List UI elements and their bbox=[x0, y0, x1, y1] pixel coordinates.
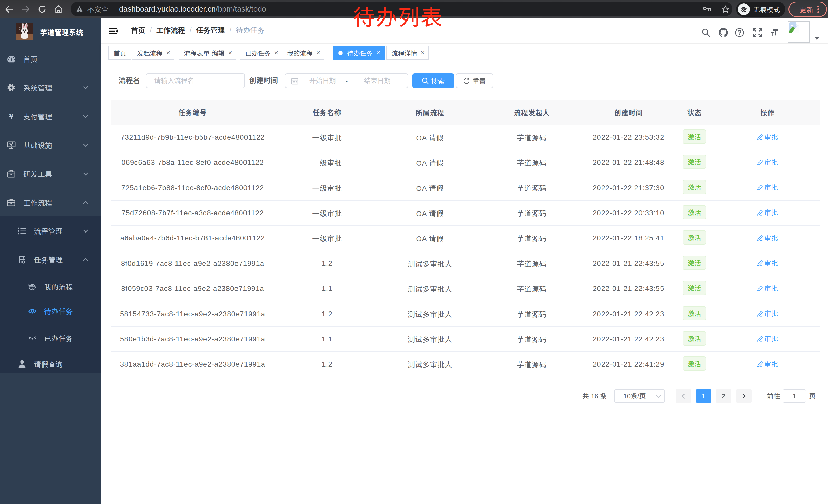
svg-text:¥: ¥ bbox=[9, 112, 13, 121]
